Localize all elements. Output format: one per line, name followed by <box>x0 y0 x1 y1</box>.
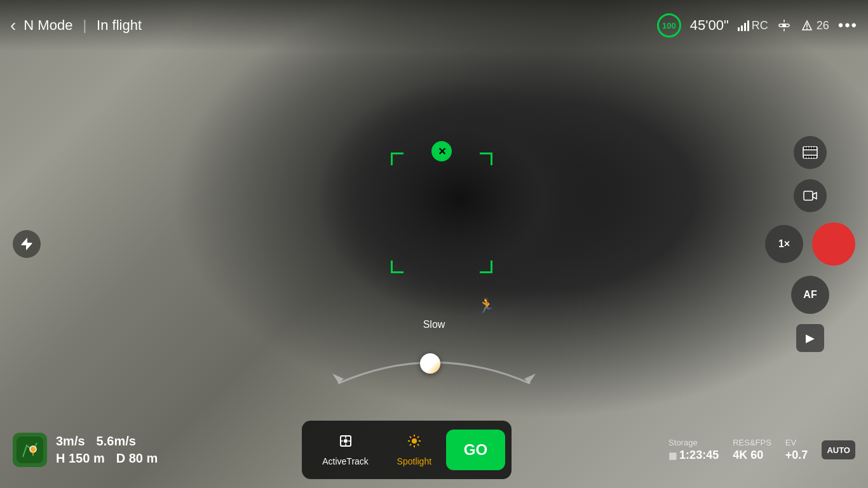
active-track-label: ActiveTrack <box>322 456 369 466</box>
storage-label: Storage <box>668 438 698 447</box>
svg-point-23 <box>344 439 348 443</box>
svg-rect-12 <box>812 147 813 149</box>
spotlight-icon <box>407 433 422 452</box>
flight-status: In flight <box>97 17 142 34</box>
svg-rect-13 <box>815 147 816 149</box>
svg-point-1 <box>782 24 786 27</box>
svg-rect-8 <box>803 155 817 156</box>
go-label: GO <box>464 441 487 459</box>
mode-label: N Mode <box>24 17 72 34</box>
speed-knob[interactable] <box>420 353 440 374</box>
telemetry-panel: 3m/s 5.6m/s H 150 m D 80 m <box>56 434 158 466</box>
film-strip-button[interactable] <box>794 136 827 169</box>
left-controls <box>13 230 41 258</box>
distance: D 80 m <box>116 451 158 466</box>
gimbal-icon <box>777 18 791 32</box>
rc-label: RC <box>752 19 768 32</box>
svg-line-34 <box>417 444 419 445</box>
map-panel: 3m/s 5.6m/s H 150 m D 80 m <box>13 433 158 467</box>
right-stats: Storage ▦ 1:23:45 RES&FPS 4K 60 EV +0.7 … <box>668 438 855 462</box>
speed-control: Slow <box>326 319 542 386</box>
back-button[interactable]: ‹ <box>10 15 16 36</box>
signal-strength: RC <box>738 19 768 32</box>
active-track-icon <box>338 433 353 452</box>
record-button[interactable] <box>812 222 855 266</box>
altitude: H 150 m <box>56 451 105 466</box>
photo-video-switch-button[interactable] <box>794 179 827 212</box>
speed-arc[interactable] <box>326 336 542 386</box>
svg-rect-10 <box>807 147 808 149</box>
svg-line-35 <box>417 437 419 438</box>
autofocus-button[interactable]: AF <box>791 276 829 314</box>
ev-stat: EV +0.7 <box>785 438 808 462</box>
svg-line-33 <box>410 437 411 438</box>
storage-icon: ▦ <box>668 451 677 461</box>
svg-line-36 <box>410 444 411 445</box>
ev-label: EV <box>785 438 796 447</box>
svg-rect-19 <box>804 191 813 200</box>
svg-rect-11 <box>810 147 811 149</box>
horizontal-speed: 3m/s <box>56 434 85 449</box>
more-button[interactable]: ••• <box>838 17 858 34</box>
battery-indicator: 100 <box>657 13 681 37</box>
svg-rect-18 <box>815 156 816 158</box>
top-right-hud: 100 45'00" RC 26 <box>657 13 858 37</box>
quick-transfer-button[interactable] <box>13 230 41 258</box>
tracking-subject-icon: 🏃 <box>478 297 495 314</box>
playback-button[interactable]: ▶ <box>796 324 824 352</box>
svg-rect-16 <box>810 156 811 158</box>
svg-rect-14 <box>804 156 806 158</box>
svg-rect-17 <box>812 156 813 158</box>
active-track-button[interactable]: ActiveTrack <box>308 427 383 473</box>
svg-point-28 <box>412 438 417 444</box>
map-button[interactable] <box>13 433 47 467</box>
spotlight-button[interactable]: Spotlight <box>383 427 446 473</box>
spotlight-label: Spotlight <box>397 456 431 466</box>
zoom-button[interactable]: 1× <box>765 225 803 263</box>
bottom-bar: 3m/s 5.6m/s H 150 m D 80 m <box>0 412 868 488</box>
separator: | <box>83 17 86 34</box>
flight-time: 45'00" <box>690 17 729 34</box>
go-button[interactable]: GO <box>446 430 505 470</box>
res-fps-stat: RES&FPS 4K 60 <box>733 438 771 462</box>
svg-rect-9 <box>804 147 806 149</box>
res-fps-value: 4K 60 <box>733 449 763 462</box>
ev-value: +0.7 <box>785 449 808 462</box>
res-fps-label: RES&FPS <box>733 438 771 447</box>
obstacle-avoidance: 26 <box>800 18 829 32</box>
top-hud: ‹ N Mode | In flight 100 45'00" RC <box>0 0 868 51</box>
svg-rect-15 <box>807 156 808 158</box>
svg-point-5 <box>806 28 808 29</box>
mode-buttons-panel: ActiveTrack Spotlight GO <box>302 421 512 479</box>
auto-label: AUTO <box>827 445 850 455</box>
auto-button[interactable]: AUTO <box>822 440 855 459</box>
storage-stat: Storage ▦ 1:23:45 <box>668 438 719 462</box>
svg-rect-7 <box>803 149 817 151</box>
speed-label: Slow <box>423 319 445 330</box>
obstacle-count: 26 <box>817 19 829 32</box>
tracking-close-button[interactable]: ✕ <box>431 141 452 161</box>
storage-value: 1:23:45 <box>679 449 719 462</box>
vertical-speed: 5.6m/s <box>97 434 136 449</box>
right-controls: 1× AF ▶ <box>765 136 855 352</box>
